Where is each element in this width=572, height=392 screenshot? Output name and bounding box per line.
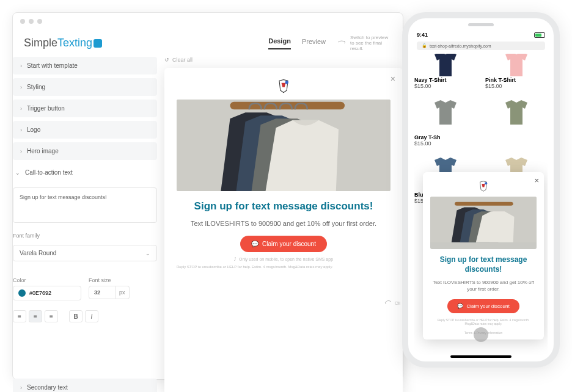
chevron-right-icon: ›: [20, 84, 22, 90]
fineprint: Reply STOP to unsubscribe or HELP for he…: [177, 265, 391, 270]
popup-subhead: Text ILOVESHIRTS to 900900 and get 10% o…: [191, 219, 376, 228]
address-bar[interactable]: 🔒 test-shop-alfredo.myshopify.com: [417, 42, 545, 50]
accordion-trigger[interactable]: ›Trigger button: [13, 100, 157, 117]
arrow-up-icon: ⤴: [234, 257, 237, 261]
phone-mockup: 9:41 🔒 test-shop-alfredo.myshopify.com N…: [402, 12, 560, 368]
accordion-styling[interactable]: ›Styling: [13, 78, 157, 96]
accordion-cta[interactable]: ⌄Call-to-action text: [13, 164, 157, 181]
mobile-popup: × Sign up for text message discounts! Te…: [423, 172, 544, 339]
align-center-button[interactable]: ≡: [29, 310, 42, 322]
popup-preview: ×: [164, 68, 403, 392]
claim-discount-button[interactable]: 💬 Claim your discount: [240, 236, 327, 252]
svg-rect-5: [455, 202, 513, 206]
mobile-hint: ⤴ Only used on mobile, to open the nativ…: [234, 257, 333, 261]
home-indicator: [450, 355, 512, 358]
accordion-template[interactable]: ›Start with template: [13, 57, 157, 74]
font-size-label: Font size: [89, 277, 157, 283]
phone-speaker: [468, 23, 494, 26]
product-card[interactable]: [485, 93, 548, 147]
popup-headline: Sign up for text message discounts!: [430, 255, 537, 274]
color-input[interactable]: #0E7692: [13, 286, 81, 300]
undo-icon: ↺: [164, 57, 169, 63]
product-price: $15.00: [414, 83, 477, 89]
clear-all-button[interactable]: ↺ Clear all: [164, 57, 403, 63]
svg-point-3: [485, 182, 487, 184]
chevron-right-icon: ›: [20, 127, 22, 133]
editor-sidebar: ›Start with template ›Styling ›Trigger b…: [13, 57, 157, 392]
product-card[interactable]: Pink T-Shirt $15.00: [485, 54, 548, 89]
hero-image: [430, 197, 537, 249]
cta-text-input[interactable]: Sign up for text message discounts!: [13, 187, 157, 223]
chevron-down-icon: ⌄: [145, 250, 150, 256]
preview-hint: Switch to preview to see the final resul…: [337, 35, 392, 51]
battery-icon: [534, 32, 545, 38]
accordion-logo[interactable]: ›Logo: [13, 121, 157, 139]
chat-icon: 💬: [457, 303, 463, 309]
hero-image: [177, 100, 391, 191]
product-card[interactable]: Navy T-Shirt $15.00: [414, 54, 477, 89]
product-price: $15.00: [485, 83, 548, 89]
color-swatch: [18, 289, 26, 297]
window-dot: [29, 19, 34, 24]
text-align-group: ≡ ≡ ≡: [13, 310, 58, 322]
product-price: $15.00: [414, 140, 477, 147]
font-size-input[interactable]: 32 px: [89, 286, 157, 299]
window-dot: [20, 19, 25, 24]
app-window: SimpleTexting Design Preview Switch to p…: [12, 12, 403, 380]
chevron-right-icon: ›: [20, 148, 22, 154]
accordion-secondary[interactable]: ›Secondary text: [13, 379, 157, 392]
product-thumb: [414, 93, 477, 132]
popup-headline: Sign up for text message discounts!: [194, 200, 373, 213]
product-card[interactable]: Gray T-Sh $15.00: [414, 93, 477, 147]
tab-design[interactable]: Design: [268, 37, 291, 49]
product-thumb: [414, 54, 477, 74]
italic-button[interactable]: I: [85, 310, 98, 322]
lock-icon: 🔒: [422, 43, 427, 48]
chevron-right-icon: ›: [20, 106, 22, 112]
svg-point-0: [285, 81, 288, 84]
accordion-hero[interactable]: ›Hero image: [13, 142, 157, 160]
popup-logo-icon: [275, 78, 292, 95]
color-label: Color: [13, 277, 81, 283]
swap-arrow-icon: [337, 40, 346, 46]
click-hint: Cli: [384, 300, 400, 306]
chevron-down-icon: ⌄: [15, 170, 20, 176]
window-chrome: [13, 13, 403, 30]
chevron-right-icon: ›: [20, 63, 22, 69]
product-name: Navy T-Shirt: [414, 77, 477, 83]
chat-icon: 💬: [251, 241, 258, 247]
tab-preview[interactable]: Preview: [302, 38, 326, 49]
window-dot: [37, 19, 42, 24]
app-logo: SimpleTexting: [24, 37, 102, 49]
align-right-button[interactable]: ≡: [45, 310, 58, 322]
close-icon[interactable]: ×: [391, 74, 395, 84]
text-style-group: B I: [69, 310, 98, 322]
close-icon[interactable]: ×: [534, 176, 539, 185]
product-thumb: [485, 93, 548, 132]
shop-viewport: Navy T-Shirt $15.00 Pink T-Shirt $15.00 …: [414, 54, 548, 355]
product-thumb: [485, 54, 548, 74]
bold-button[interactable]: B: [69, 310, 82, 322]
popup-subhead: Text ILOVESHIRTS to 900900 and get 10% o…: [430, 279, 537, 292]
popup-logo-icon: [477, 180, 490, 193]
align-left-button[interactable]: ≡: [13, 310, 26, 322]
claim-discount-button[interactable]: 💬 Claim your discount: [447, 299, 519, 313]
design-canvas: ↺ Clear all ×: [164, 57, 403, 392]
font-family-select[interactable]: Varela Round ⌄: [13, 245, 157, 261]
chevron-right-icon: ›: [20, 385, 22, 391]
touch-indicator: [474, 327, 488, 342]
status-bar: 9:41: [417, 32, 545, 38]
status-time: 9:41: [417, 32, 428, 38]
product-name: Gray T-Sh: [414, 134, 477, 140]
font-family-label: Font family: [13, 233, 157, 239]
fineprint: Reply STOP to unsubscribe or HELP for he…: [430, 318, 537, 326]
